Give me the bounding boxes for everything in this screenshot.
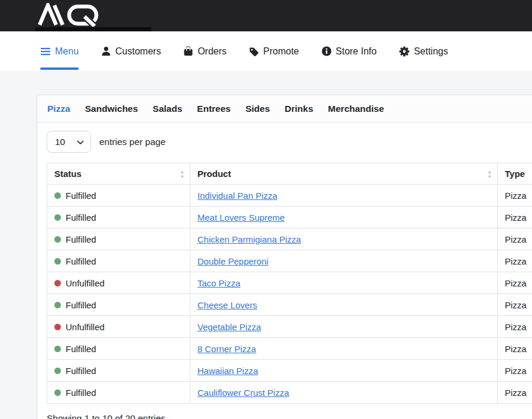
- nav-item-label: Orders: [197, 46, 226, 57]
- product-link[interactable]: Hawaiian Pizza: [197, 366, 258, 376]
- column-label: Status: [54, 169, 82, 179]
- type-cell: Pizza: [498, 294, 532, 316]
- table-row: Fulfilled Hawaiian Pizza Pizza: [47, 360, 532, 382]
- page-size-value: 10: [55, 137, 65, 147]
- nav-item-menu[interactable]: Menu: [40, 31, 79, 71]
- product-link[interactable]: Double Pepperoni: [197, 256, 268, 266]
- tab-drinks[interactable]: Drinks: [285, 104, 313, 114]
- status-dot: [54, 346, 61, 352]
- product-link[interactable]: Individual Pan Pizza: [197, 191, 277, 201]
- table-row: Fulfilled Double Pepperoni Pizza: [47, 250, 532, 272]
- column-header-type[interactable]: Type: [498, 163, 532, 185]
- type-cell: Pizza: [498, 272, 532, 294]
- status-cell: Fulfilled: [54, 234, 183, 244]
- nav-item-label: Settings: [414, 46, 448, 57]
- tab-pizza[interactable]: Pizza: [47, 104, 70, 114]
- table-row: Fulfilled Meat Lovers Supreme Pizza: [47, 207, 532, 228]
- status-dot: [54, 324, 61, 330]
- status-cell: Fulfilled: [54, 344, 183, 354]
- menu-card: Pizza Sandwiches Salads Entrees Sides Dr…: [37, 95, 532, 419]
- table-row: Fulfilled Individual Pan Pizza Pizza: [47, 185, 532, 207]
- aiq-logo-icon: [37, 3, 103, 27]
- page-content: Pizza Sandwiches Salads Entrees Sides Dr…: [0, 71, 532, 419]
- product-link[interactable]: Cheese Lovers: [197, 300, 257, 310]
- type-cell: Pizza: [498, 250, 532, 272]
- tab-entrees[interactable]: Entrees: [197, 104, 231, 114]
- info-icon: [322, 46, 332, 56]
- type-cell: Pizza: [498, 207, 532, 228]
- product-link[interactable]: Meat Lovers Supreme: [197, 212, 285, 223]
- status-dot: [54, 214, 61, 221]
- status-dot: [54, 192, 61, 199]
- status-label: Fulfilled: [66, 191, 96, 201]
- nav-item-orders[interactable]: Orders: [183, 31, 226, 71]
- top-app-bar: [0, 0, 532, 31]
- status-label: Fulfilled: [66, 388, 96, 398]
- nav-item-customers[interactable]: Customers: [101, 31, 161, 71]
- column-label: Type: [505, 169, 525, 179]
- status-cell: Fulfilled: [54, 300, 183, 310]
- card-body: 10 entries per page Status: [37, 123, 532, 419]
- column-header-status[interactable]: Status: [47, 163, 190, 185]
- product-link[interactable]: Vegetable Pizza: [197, 322, 261, 332]
- status-cell: Fulfilled: [54, 256, 183, 266]
- brand-logo[interactable]: [37, 3, 103, 27]
- status-cell: Fulfilled: [54, 388, 183, 398]
- nav-item-label: Customers: [115, 46, 161, 57]
- type-cell: Pizza: [498, 382, 532, 404]
- product-link[interactable]: Cauliflower Crust Pizza: [197, 388, 289, 398]
- status-cell: Fulfilled: [54, 212, 183, 223]
- status-label: Unfulfilled: [66, 278, 105, 288]
- tab-merchandise[interactable]: Merchandise: [328, 104, 384, 114]
- type-cell: Pizza: [498, 185, 532, 207]
- type-cell: Pizza: [498, 316, 532, 338]
- bag-icon: [183, 46, 193, 56]
- status-dot: [54, 258, 61, 265]
- status-label: Fulfilled: [66, 234, 96, 244]
- status-cell: Unfulfilled: [54, 322, 183, 332]
- table-row: Fulfilled 8 Corner Pizza Pizza: [47, 338, 532, 360]
- product-link[interactable]: 8 Corner Pizza: [197, 344, 256, 354]
- page-size-row: 10 entries per page: [47, 131, 532, 153]
- status-dot: [54, 389, 61, 396]
- status-label: Fulfilled: [66, 366, 96, 376]
- status-label: Fulfilled: [66, 344, 96, 354]
- entries-per-page-select[interactable]: 10: [47, 131, 91, 153]
- nav-item-label: Menu: [55, 46, 79, 57]
- status-label: Fulfilled: [66, 212, 96, 223]
- sort-icon: [488, 169, 492, 178]
- status-label: Fulfilled: [66, 256, 96, 266]
- nav-item-settings[interactable]: Settings: [399, 31, 448, 71]
- table-row: Fulfilled Cauliflower Crust Pizza Pizza: [47, 382, 532, 404]
- product-link[interactable]: Chicken Parmigiana Pizza: [197, 234, 301, 244]
- gear-icon: [399, 46, 410, 57]
- product-link[interactable]: Taco Pizza: [197, 278, 241, 288]
- chevron-down-icon: [77, 137, 84, 147]
- table-row: Fulfilled Cheese Lovers Pizza: [47, 294, 532, 316]
- column-header-product[interactable]: Product: [190, 163, 498, 185]
- tab-sides[interactable]: Sides: [245, 104, 270, 114]
- type-cell: Pizza: [498, 228, 532, 250]
- tag-icon: [249, 46, 259, 56]
- status-dot: [54, 280, 61, 286]
- status-dot: [54, 236, 61, 243]
- nav-item-label: Store Info: [336, 46, 377, 57]
- tab-salads[interactable]: Salads: [153, 104, 182, 114]
- nav-item-store-info[interactable]: Store Info: [322, 31, 377, 71]
- nav-item-label: Promote: [263, 46, 299, 57]
- nav-item-promote[interactable]: Promote: [249, 31, 299, 71]
- category-tabs: Pizza Sandwiches Salads Entrees Sides Dr…: [37, 95, 532, 123]
- status-dot: [54, 368, 61, 374]
- type-cell: Pizza: [498, 360, 532, 382]
- table-row: Fulfilled Chicken Parmigiana Pizza Pizza: [47, 228, 532, 250]
- hamburger-icon: [40, 47, 51, 56]
- tab-sandwiches[interactable]: Sandwiches: [85, 104, 138, 114]
- status-cell: Unfulfilled: [54, 278, 183, 288]
- table-row: Unfulfilled Taco Pizza Pizza: [47, 272, 532, 294]
- status-dot: [54, 302, 61, 308]
- entries-per-page-label: entries per page: [99, 137, 166, 147]
- status-cell: Fulfilled: [54, 191, 183, 201]
- column-label: Product: [197, 169, 231, 179]
- status-cell: Fulfilled: [54, 366, 183, 376]
- type-cell: Pizza: [498, 338, 532, 360]
